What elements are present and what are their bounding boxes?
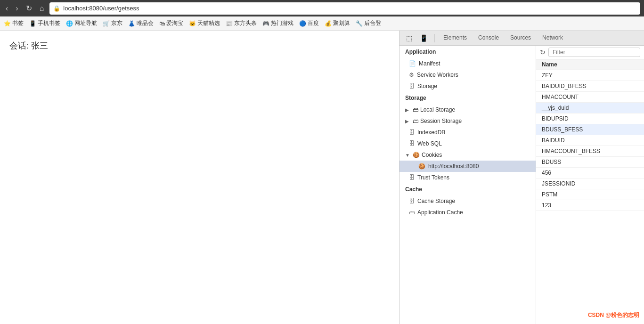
device-toggle-button[interactable]: 📱 [417,32,431,44]
application-section-header: Application [399,46,536,58]
admin-icon: 🔧 [356,20,363,27]
session-storage-arrow: ▶ [405,119,411,124]
bookmark-oriental[interactable]: 📰 东方头条 [226,19,257,27]
jd-icon: 🛒 [103,20,110,27]
cookie-row-baiduid_bfess[interactable]: BAIDUID_BFESS [536,81,644,92]
devtools-tabs: ⬚ 📱 Elements Console Sources Network [399,31,644,46]
home-button[interactable]: ⌂ [38,2,46,15]
name-column-header: Name [536,59,644,70]
bookmark-nav[interactable]: 🌐 网址导航 [66,19,97,27]
bookmark-vip[interactable]: 👗 唯品会 [128,19,154,27]
refresh-button[interactable]: ↻ [540,49,546,56]
cookie-row-bduss_bfess[interactable]: BDUSS_BFESS [536,124,644,135]
sidebar-item-local-storage[interactable]: ▶ 🗃 Local Storage [399,104,536,115]
sidebar-item-indexeddb[interactable]: 🗄 IndexedDB [399,127,536,138]
local-storage-icon: 🗃 [413,106,418,113]
bookmark-mobile[interactable]: 📱 手机书签 [29,19,60,27]
devtools-panel: ⬚ 📱 Elements Console Sources Network App… [399,31,644,324]
tab-network[interactable]: Network [538,32,568,44]
web-sql-icon: 🗄 [409,140,415,147]
bookmark-tmall[interactable]: 🐱 天猫精选 [189,19,220,27]
local-storage-label: Local Storage [420,106,455,113]
storage-top-label: Storage [417,83,437,89]
filter-bar: ↻ [536,46,644,59]
session-storage-icon: 🗃 [413,118,418,124]
cookie-row-baiduid[interactable]: BAIDUID [536,135,644,146]
baidu-icon: 🔵 [299,20,306,27]
sidebar-item-application-cache[interactable]: 🗃 Application Cache [399,207,536,218]
tmall-icon: 🐱 [189,20,196,27]
inspect-element-button[interactable]: ⬚ [403,32,415,44]
bookmark-baidu[interactable]: 🔵 百度 [299,19,319,27]
cookie-row-hmaccount_bfess[interactable]: HMACCOUNT_BFESS [536,146,644,157]
tab-divider [434,34,435,42]
devtools-sidebar: Application 📄 Manifest ⚙ Service Workers… [399,46,536,324]
games-icon: 🎮 [262,20,269,27]
cookie-row-bidupsid[interactable]: BIDUPSID [536,113,644,124]
sidebar-item-cookies-localhost[interactable]: 🍪 http://localhost:8080 [399,161,536,172]
manifest-icon: 📄 [409,60,416,67]
address-bar[interactable]: 🔒 localhost:8080/user/getsess [49,2,640,15]
bookmarks-label: ⭐ 书签 [4,19,24,27]
tab-sources[interactable]: Sources [505,32,536,44]
forward-button[interactable]: › [14,2,20,15]
bookmark-admin[interactable]: 🔧 后台登 [356,19,381,27]
sidebar-item-storage-top[interactable]: 🗄 Storage [399,81,536,92]
cookie-row-val_123[interactable]: 123 [536,200,644,211]
storage-section-header: Storage [399,92,536,104]
vip-icon: 👗 [128,20,135,27]
manifest-label: Manifest [419,60,440,67]
juhuasuan-icon: 💰 [325,20,332,27]
sidebar-item-trust-tokens[interactable]: 🗄 Trust Tokens [399,172,536,183]
back-button[interactable]: ‹ [4,2,10,15]
cookie-row-yjs_duid[interactable]: __yjs_duid [536,103,644,113]
bookmark-games[interactable]: 🎮 热门游戏 [262,19,293,27]
taobao-icon: 🛍 [159,20,165,27]
local-storage-arrow: ▶ [405,107,411,113]
cookie-row-val_456[interactable]: 456 [536,168,644,178]
bookmark-jd[interactable]: 🛒 京东 [103,19,122,27]
reload-button[interactable]: ↻ [24,2,34,15]
cookies-label: Cookies [422,152,442,158]
oriental-icon: 📰 [226,20,233,27]
cookies-localhost-label: http://localhost:8080 [428,163,479,170]
page-title: 会话: 张三 [9,40,390,51]
sidebar-item-session-storage[interactable]: ▶ 🗃 Session Storage [399,115,536,127]
indexeddb-icon: 🗄 [409,129,415,136]
sidebar-item-web-sql[interactable]: 🗄 Web SQL [399,138,536,149]
sidebar-item-cache-storage[interactable]: 🗄 Cache Storage [399,195,536,207]
bookmarks-bar: ⭐ 书签 📱 手机书签 🌐 网址导航 🛒 京东 👗 唯品会 🛍 爱淘宝 🐱 天猫… [0,16,644,31]
cookies-icon: 🍪 [413,152,420,158]
filter-input[interactable] [548,48,640,57]
bookmark-mobile-icon: 📱 [29,20,36,27]
main-area: 会话: 张三 ⬚ 📱 Elements Console Sources Netw… [0,31,644,324]
cookies-arrow: ▼ [405,153,411,158]
trust-tokens-label: Trust Tokens [417,174,449,181]
tab-elements[interactable]: Elements [439,32,472,44]
sidebar-item-manifest[interactable]: 📄 Manifest [399,58,536,69]
session-storage-label: Session Storage [420,118,462,124]
devtools-right-panel: ↻ Name ZFYBAIDUID_BFESSHMACCOUNT__yjs_du… [536,46,644,324]
address-text: localhost:8080/user/getsess [63,5,139,12]
storage-top-icon: 🗄 [409,83,415,89]
cache-section-header: Cache [399,183,536,195]
trust-tokens-icon: 🗄 [409,174,415,181]
star-icon: ⭐ [4,20,11,27]
cache-storage-label: Cache Storage [417,198,455,204]
sidebar-item-cookies[interactable]: ▼ 🍪 Cookies [399,149,536,161]
page-content: 会话: 张三 [0,31,399,324]
cookie-row-pstm[interactable]: PSTM [536,189,644,200]
application-cache-icon: 🗃 [409,209,415,216]
cookie-row-bduss[interactable]: BDUSS [536,157,644,168]
cookie-rows: ZFYBAIDUID_BFESSHMACCOUNT__yjs_duidBIDUP… [536,70,644,211]
bookmark-juhsuan[interactable]: 💰 聚划算 [325,19,350,27]
cache-storage-icon: 🗄 [409,198,415,204]
edge-icon: 🌐 [66,20,73,27]
cookie-row-hmaccount[interactable]: HMACCOUNT [536,92,644,103]
tab-console[interactable]: Console [473,32,504,44]
sidebar-item-service-workers[interactable]: ⚙ Service Workers [399,69,536,81]
devtools-body: Application 📄 Manifest ⚙ Service Workers… [399,46,644,324]
cookie-row-jsessionid[interactable]: JSESSIONID [536,178,644,189]
cookie-row-zfy[interactable]: ZFY [536,70,644,81]
bookmark-taobao[interactable]: 🛍 爱淘宝 [159,19,183,27]
